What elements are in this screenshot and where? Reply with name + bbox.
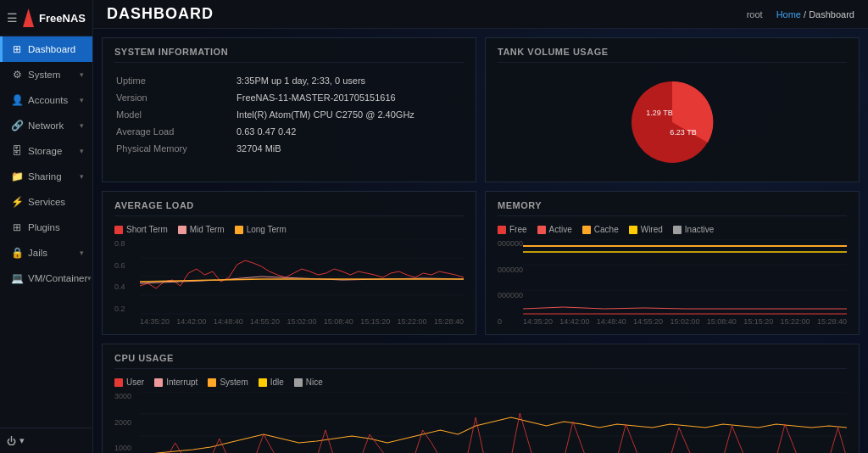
chevron-icon: ▾ [80, 172, 84, 181]
vm-icon: 💻 [11, 272, 23, 284]
chevron-icon: ▾ [80, 147, 84, 155]
sysinfo-label: Version [116, 90, 235, 105]
main-content: DASHBOARD root Home / Dashboard SYSTEM I… [93, 0, 868, 453]
legend-active: Active [537, 225, 572, 234]
sidebar-item-label: System [28, 70, 60, 80]
sidebar-item-network[interactable]: 🔗 Network ▾ [0, 113, 92, 138]
sidebar-item-system[interactable]: ⚙ System ▾ [0, 62, 92, 87]
legend-dot [208, 378, 216, 387]
sysinfo-table: Uptime 3:35PM up 1 day, 2:33, 0 users Ve… [114, 71, 464, 158]
legend-cache: Cache [582, 225, 619, 234]
legend-dot [673, 226, 682, 234]
sidebar-item-services[interactable]: ⚡ Services [0, 189, 92, 215]
sidebar-footer[interactable]: ⏻ ▾ [0, 428, 92, 453]
cpu-chart-wrapper: 3000 2000 1000 [114, 392, 847, 453]
chevron-icon: ▾ [80, 96, 84, 104]
sidebar-item-label: Dashboard [28, 44, 75, 54]
tank-card: TANK VOLUME USAGE 1.29 TB 6.23 TB [485, 37, 860, 182]
avg-load-svg [140, 239, 464, 316]
legend-dot [498, 226, 506, 234]
legend-interrupt: Interrupt [154, 378, 198, 387]
sidebar: ☰ FreeNAS ⊞ Dashboard ⚙ System ▾ 👤 Accou… [0, 0, 93, 453]
sidebar-item-plugins[interactable]: ⊞ Plugins [0, 215, 92, 240]
cpu-chart [140, 392, 847, 453]
page-title: DASHBOARD [107, 5, 214, 23]
legend-label: Free [509, 225, 527, 234]
sysinfo-value: 32704 MiB [236, 141, 462, 156]
legend-inactive: Inactive [673, 225, 714, 234]
sysinfo-label: Physical Memory [116, 141, 235, 156]
cpu-spikes-line [140, 413, 847, 453]
jails-icon: 🔒 [11, 247, 23, 259]
sysinfo-card: SYSTEM INFORMATION Uptime 3:35PM up 1 da… [102, 37, 476, 182]
storage-icon: 🗄 [11, 145, 23, 157]
breadcrumb: Home / Dashboard [776, 9, 854, 20]
avg-load-chart-wrapper: 0.8 0.6 0.4 0.2 [114, 239, 464, 326]
plugins-icon: ⊞ [11, 221, 23, 233]
sysinfo-row: Average Load 0.63 0.47 0.42 [116, 124, 462, 139]
legend-dot [294, 378, 303, 387]
chevron-icon: ▾ [87, 274, 92, 282]
active-line [523, 307, 847, 309]
hamburger-icon[interactable]: ☰ [7, 11, 18, 25]
sysinfo-row: Version FreeNAS-11-MASTER-201705151616 [116, 90, 462, 105]
sysinfo-value: Intel(R) Atom(TM) CPU C2750 @ 2.40GHz [236, 107, 462, 122]
legend-label: Interrupt [166, 378, 198, 387]
memory-y-axis: 000000 000000 000000 0 [498, 239, 523, 326]
sidebar-item-storage[interactable]: 🗄 Storage ▾ [0, 138, 92, 164]
sidebar-item-accounts[interactable]: 👤 Accounts ▾ [0, 87, 92, 113]
cpu-usage-card: CPU USAGE User Interrupt System Idle [102, 344, 860, 453]
sidebar-item-sharing[interactable]: 📁 Sharing ▾ [0, 164, 92, 189]
legend-mid-term: Mid Term [178, 225, 225, 234]
avg-load-chart [140, 239, 464, 316]
power-icon: ⏻ [7, 436, 16, 446]
legend-label: User [126, 378, 144, 387]
legend-dot [259, 378, 267, 387]
legend-long-term: Long Term [235, 225, 287, 234]
legend-label: Active [549, 225, 572, 234]
pie-free-label: 6.23 TB [670, 128, 696, 137]
sidebar-item-vm[interactable]: 💻 VM/Container ▾ [0, 266, 92, 291]
pie-chart: 1.29 TB 6.23 TB [617, 71, 727, 173]
long-term-line [140, 279, 464, 282]
sidebar-item-label: Services [28, 197, 65, 207]
legend-dot [629, 226, 637, 234]
tank-title: TANK VOLUME USAGE [498, 47, 847, 63]
legend-label: System [220, 378, 248, 387]
legend-wired: Wired [629, 225, 663, 234]
avg-load-y-axis: 0.8 0.6 0.4 0.2 [114, 239, 125, 326]
sidebar-item-label: Jails [28, 248, 47, 258]
sysinfo-label: Average Load [116, 124, 235, 139]
legend-dot [154, 378, 163, 387]
network-icon: 🔗 [11, 120, 23, 131]
avg-load-legend: Short Term Mid Term Long Term [114, 225, 464, 234]
sidebar-item-label: Storage [28, 146, 62, 156]
sidebar-item-jails[interactable]: 🔒 Jails ▾ [0, 240, 92, 266]
avg-load-title: AVERAGE LOAD [114, 200, 464, 216]
sidebar-item-label: Network [28, 120, 64, 131]
legend-label: Wired [641, 225, 663, 234]
legend-free: Free [498, 225, 527, 234]
chevron-icon: ▾ [80, 70, 84, 79]
sysinfo-value: FreeNAS-11-MASTER-201705151616 [236, 90, 462, 105]
sidebar-item-dashboard[interactable]: ⊞ Dashboard [0, 36, 92, 62]
breadcrumb-home[interactable]: Home [776, 9, 801, 20]
legend-dot [582, 226, 591, 234]
sysinfo-value: 3:35PM up 1 day, 2:33, 0 users [236, 73, 462, 88]
legend-short-term: Short Term [114, 225, 168, 234]
sysinfo-title: SYSTEM INFORMATION [114, 47, 464, 63]
legend-label: Cache [594, 225, 619, 234]
legend-nice: Nice [294, 378, 323, 387]
legend-dot [537, 226, 546, 234]
cpu-legend: User Interrupt System Idle Nice [114, 378, 847, 387]
cpu-title: CPU USAGE [114, 353, 847, 369]
memory-x-axis: 14:35:20 14:42:00 14:48:40 14:55:20 15:0… [523, 317, 847, 326]
legend-label: Short Term [126, 225, 168, 234]
legend-user: User [114, 378, 144, 387]
chevron-icon: ▾ [80, 121, 84, 130]
cpu-svg [140, 392, 847, 453]
sidebar-item-label: Plugins [28, 222, 60, 232]
footer-chevron-icon: ▾ [19, 435, 25, 446]
legend-system: System [208, 378, 248, 387]
memory-title: MEMORY [498, 200, 847, 216]
